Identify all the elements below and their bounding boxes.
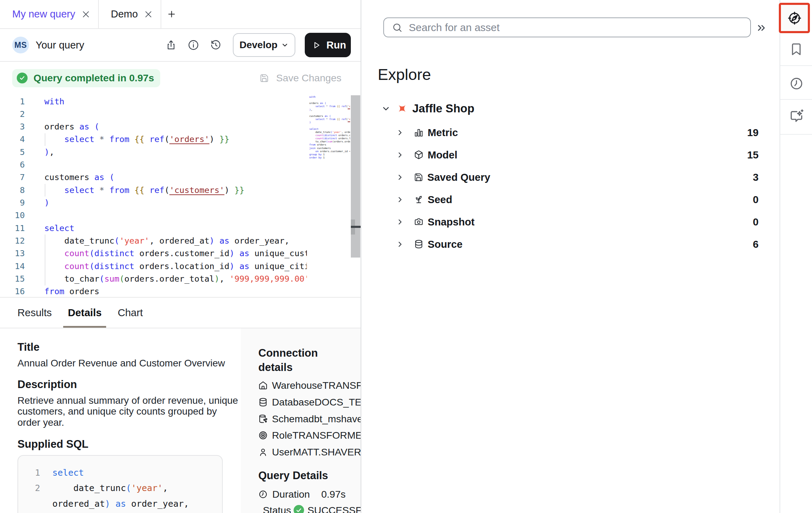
line-number: 4 [0,133,25,146]
tab-details[interactable]: Details [63,298,106,328]
code-token: select [64,134,94,144]
bookmarks-button[interactable] [789,42,803,56]
chevron-right-icon[interactable] [396,195,404,204]
code-token: to_char [309,140,326,143]
code-token: ( [329,114,331,118]
toolbar-divider [780,134,812,135]
code-token: ref [149,134,164,144]
code-token: ( [89,248,94,258]
code-token: orders.location_id [337,137,350,140]
info-button[interactable] [187,39,199,51]
code-token: distinct [94,248,134,258]
tree-item-source[interactable]: Source6 [361,233,780,255]
tree-item-snapshot[interactable]: Snapshot0 [361,211,780,233]
connection-detail-row: Schemadbt_mshaver [258,410,361,427]
chevron-right-icon[interactable] [396,128,404,137]
toolbar-divider [780,65,812,66]
new-tab-button[interactable] [161,0,182,28]
tree-item-saved-query[interactable]: Saved Query3 [361,166,780,188]
code-token: from [109,134,129,144]
code-token: select [44,223,74,233]
duration-value: 0.97s [321,489,346,500]
code-token: date_trunc [44,236,115,246]
line-number: 11 [0,222,25,235]
editor-line: 2 [0,108,361,120]
explore-heading: Explore [378,66,431,84]
tree-item-label: Metric [428,127,458,139]
code-token: from [329,105,335,108]
editor-minimap[interactable]: with orders as ( select * from {{ ref('o… [309,95,350,169]
code-token: as [79,122,89,132]
code-token: as [94,172,104,182]
code-token: }} [219,134,229,144]
share-button[interactable] [165,39,177,51]
code-token: from [329,118,335,121]
tree-item-metric[interactable]: Metric19 [361,121,780,144]
code-token: 'year' [332,131,341,134]
code-token: orders.order_total [124,274,214,284]
connection-detail-label: User [272,446,293,458]
editor-line: 8 select * from {{ ref('customers') }} [0,184,361,196]
search-icon [392,22,403,33]
chevron-right-icon[interactable] [396,151,404,159]
code-token: orders [64,287,99,296]
code-token: ( [99,274,104,284]
sql-block-line: 1select [18,465,222,481]
code-token [44,248,64,258]
asset-search-input[interactable]: Search for an asset [383,17,751,37]
connection-detail-label: Warehouse [272,380,323,391]
history-button[interactable] [210,39,222,51]
code-token [104,185,109,195]
query-status-row: Query completed in 0.97s Save Changes [0,62,361,94]
code-token: ( [126,483,131,493]
run-button[interactable]: Run [305,33,351,57]
chat-sparkle-icon [789,109,804,124]
chevron-right-icon[interactable] [396,240,404,248]
metric-icon [414,128,423,137]
explore-tool-highlight[interactable] [779,3,810,33]
status-label: Status [263,505,291,513]
minimap-line: on orders.customer_id = customers.custom… [309,150,350,153]
editor-line: 5), [0,146,361,158]
tree-item-seed[interactable]: Seed0 [361,188,780,211]
editor-tab-demo[interactable]: Demo [99,0,161,28]
minimap-line: to_char(sum(orders.order_total), '999,99… [309,140,350,143]
code-token: select [52,468,84,478]
code-token [94,134,99,144]
info-icon [187,39,199,51]
line-code: count(distinct orders.customer_id) as un… [44,247,307,260]
history-panel-button[interactable] [789,76,804,91]
code-token: orders [316,143,326,146]
code-token: date_trunc [52,483,126,493]
tab-close-icon[interactable] [144,10,153,19]
project-row[interactable]: Jaffle Shop [361,99,780,118]
duration-label: Duration [272,489,310,500]
chevron-down-icon[interactable] [381,104,391,113]
chevron-right-icon[interactable] [396,218,404,226]
query-details-heading: Query Details [258,470,361,481]
tab-label: My new query [12,8,75,20]
tree-item-model[interactable]: Model15 [361,144,780,166]
save-changes-button[interactable]: Save Changes [260,72,341,84]
code-token: customers [44,172,94,182]
code-token: unique_cities, [249,261,307,271]
code-token: ( [89,261,94,271]
minimap-line: orders as ( [309,102,350,105]
collapse-panel-button[interactable] [755,22,768,34]
success-check-icon [17,73,28,83]
develop-menu-button[interactable]: Develop [233,33,295,57]
code-token: 'orders' [169,134,209,144]
sql-block-line: 2 date_trunc('year', [18,481,222,496]
editor-line: 11select [0,222,361,235]
sql-editor[interactable]: 1with23orders as (4 select * from {{ ref… [0,94,361,298]
tree-item-count: 0 [753,194,759,206]
tab-chart[interactable]: Chart [113,298,147,328]
bookmark-icon [789,42,803,56]
chevron-right-icon[interactable] [396,173,404,181]
editor-tab-my-new-query[interactable]: My new query [0,0,99,28]
code-token: ) [224,185,235,195]
copilot-chat-button[interactable] [789,109,804,124]
tab-close-icon[interactable] [81,10,90,19]
minimap-line [309,98,350,102]
tab-results[interactable]: Results [13,298,56,328]
